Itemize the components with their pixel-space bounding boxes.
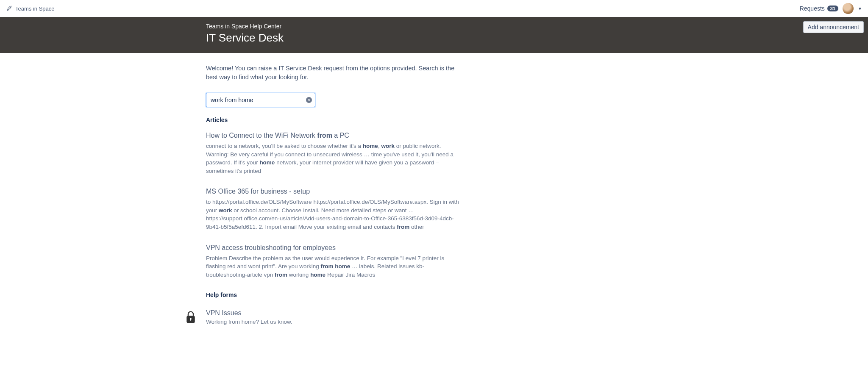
- help-form-title: VPN Issues: [206, 309, 292, 317]
- article-title[interactable]: VPN access troubleshooting for employees: [206, 244, 465, 252]
- search-input[interactable]: [206, 93, 315, 107]
- requests-label: Requests: [800, 5, 825, 12]
- top-bar: Teams in Space Requests 31 ▼: [0, 0, 868, 17]
- article-title[interactable]: How to Connect to the WiFi Network from …: [206, 132, 465, 139]
- article-snippet: to https://portal.office.de/OLS/MySoftwa…: [206, 198, 465, 231]
- article-result: How to Connect to the WiFi Network from …: [206, 132, 465, 175]
- avatar[interactable]: [843, 3, 854, 14]
- help-form-item[interactable]: VPN Issues Working from home? Let us kno…: [184, 309, 465, 325]
- svg-rect-3: [190, 319, 191, 321]
- article-snippet: connect to a network, you'll be asked to…: [206, 142, 465, 175]
- requests-count-badge: 31: [827, 6, 838, 11]
- brand-text: Teams in Space: [15, 6, 55, 12]
- requests-link[interactable]: Requests 31: [800, 5, 838, 12]
- intro-text: Welcome! You can raise a IT Service Desk…: [206, 64, 465, 82]
- article-result: MS Office 365 for business - setup to ht…: [206, 188, 465, 231]
- hero-band: Add announcement Teams in Space Help Cen…: [0, 17, 868, 53]
- rocket-icon: [6, 5, 13, 13]
- main-content: Welcome! You can raise a IT Service Desk…: [206, 53, 465, 350]
- help-forms-heading: Help forms: [206, 291, 465, 298]
- lock-icon: [184, 309, 198, 325]
- brand-link[interactable]: Teams in Space: [6, 5, 55, 13]
- topbar-right: Requests 31 ▼: [800, 3, 862, 14]
- help-form-desc: Working from home? Let us know.: [206, 319, 292, 325]
- search-wrap: [206, 93, 315, 107]
- articles-heading: Articles: [206, 117, 465, 123]
- add-announcement-button[interactable]: Add announcement: [803, 21, 864, 33]
- article-result: VPN access troubleshooting for employees…: [206, 244, 465, 279]
- breadcrumb[interactable]: Teams in Space Help Center: [206, 23, 465, 30]
- page-title: IT Service Desk: [206, 31, 465, 44]
- clear-search-icon[interactable]: [306, 97, 312, 103]
- article-snippet: Problem Describe the problem as the user…: [206, 254, 465, 279]
- chevron-down-icon[interactable]: ▼: [858, 6, 862, 11]
- svg-point-0: [10, 7, 11, 8]
- article-title[interactable]: MS Office 365 for business - setup: [206, 188, 465, 195]
